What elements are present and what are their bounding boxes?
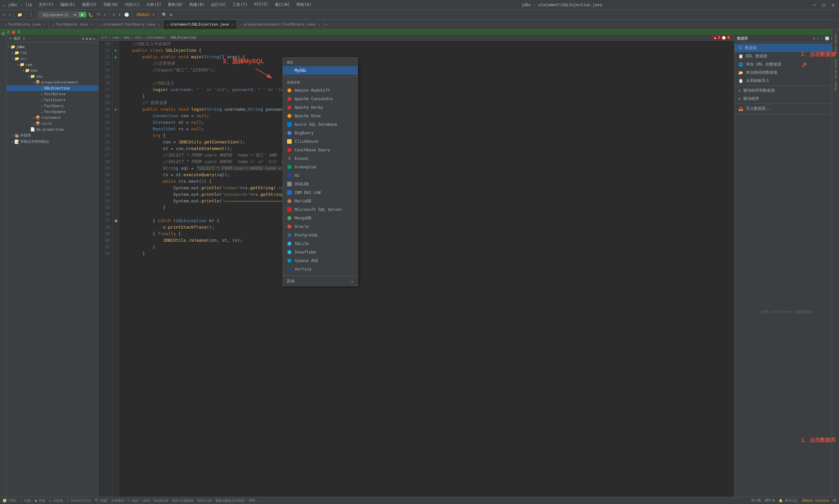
run-button[interactable]: ▶ bbox=[78, 12, 86, 17]
coverage-button[interactable]: 🛡 bbox=[95, 12, 102, 18]
close-btn[interactable]: ✕ bbox=[830, 2, 836, 8]
toolbar-forward[interactable]: → bbox=[7, 12, 12, 18]
dropdown-other[interactable]: 其他 ▸ bbox=[283, 276, 357, 286]
menu-navigate[interactable]: 导航(N) bbox=[102, 1, 120, 8]
tree-item-lib[interactable]: ▸ 📁 lib bbox=[6, 50, 98, 56]
sidebar-locate[interactable]: ⊙ bbox=[82, 36, 84, 41]
tree-item-testupdate[interactable]: ▸ ☕ TestUpdate bbox=[6, 109, 98, 114]
tree-item-kmu[interactable]: ▾ 📁 kmu bbox=[6, 68, 98, 73]
db-btn-minus[interactable]: − bbox=[816, 36, 819, 41]
db-item-url[interactable]: 🌐 来自 URL 的数据源 bbox=[734, 60, 839, 69]
dropdown-mariadb[interactable]: MariaDB bbox=[283, 197, 357, 205]
vtab-jrebel-setup[interactable]: JRebel Setup Guide bbox=[834, 57, 838, 93]
dropdown-bigquery[interactable]: BigQuery bbox=[283, 129, 357, 137]
tab-close[interactable]: ✕ bbox=[318, 23, 320, 26]
tree-item-shu[interactable]: ▾ 📁 shu bbox=[6, 73, 98, 79]
run-config-select[interactable]: SQLInjection (1) bbox=[39, 12, 78, 18]
minimize-btn[interactable]: ─ bbox=[811, 2, 818, 8]
toolbar-pull[interactable]: ⬇ bbox=[117, 12, 122, 18]
vtab-redis-helper[interactable]: Redis Helper bbox=[834, 31, 838, 56]
toolbar-back[interactable]: ← bbox=[1, 12, 6, 18]
tab-prepareddelete[interactable]: ☕ preparedstatement\TestDelete.java ✕ bbox=[237, 20, 324, 29]
tree-item-dbproperties[interactable]: ▸ 📄 db.properties bbox=[6, 126, 98, 132]
dropdown-mssql[interactable]: Microsoft SQL Server bbox=[283, 205, 357, 214]
tab-sqlinjection[interactable]: ☕ statement\SQLInjection.java ✕ bbox=[163, 20, 237, 29]
dropdown-amazon-redshift[interactable]: Amazon Redshift bbox=[283, 86, 357, 95]
tree-item-sqlinjection[interactable]: ▸ ☕ SQLInjection bbox=[6, 85, 98, 91]
menu-edit[interactable]: 编辑(E) bbox=[59, 1, 77, 8]
db-btn-more[interactable]: ⋮ bbox=[820, 36, 824, 41]
db-btn-sync[interactable]: 🔄 bbox=[825, 36, 829, 41]
tab-testquery[interactable]: ☕ statement\TestQuery.java ✕ bbox=[97, 20, 163, 29]
dropdown-clickhouse[interactable]: ClickHouse bbox=[283, 137, 357, 146]
toolbar-git[interactable]: ⬆ bbox=[111, 12, 116, 18]
tab-testupdate[interactable]: ☕ TestUpdate.java ✕ bbox=[49, 20, 97, 29]
status-terminal[interactable]: ■ 终端 bbox=[35, 499, 45, 503]
dropdown-sqlite[interactable]: SQLite bbox=[283, 239, 357, 248]
sidebar-close[interactable]: ✕ bbox=[93, 36, 95, 41]
sidebar-gear[interactable]: ⚙ bbox=[89, 36, 92, 41]
menu-view[interactable]: 视图(V) bbox=[81, 1, 98, 8]
menu-run[interactable]: 运行(U) bbox=[210, 1, 227, 8]
dropdown-sybase[interactable]: Sybase ASE bbox=[283, 256, 357, 265]
dropdown-oracle[interactable]: Oracle bbox=[283, 222, 357, 231]
tree-item-jdbc[interactable]: ▾ 📁 jdbc bbox=[6, 44, 98, 50]
tree-item-testquery[interactable]: ▸ ☕ TestQuery bbox=[6, 103, 98, 109]
db-item-import[interactable]: 📥 导入数据源... bbox=[734, 105, 839, 113]
tab-close[interactable]: ✕ bbox=[43, 23, 45, 26]
tree-item-src[interactable]: ▾ 📁 src bbox=[6, 56, 98, 61]
dropdown-apache-hive[interactable]: Apache Hive bbox=[283, 112, 357, 120]
menu-vcs[interactable]: VCS(S) bbox=[253, 1, 269, 8]
dropdown-greenplum[interactable]: Greenplum bbox=[283, 163, 357, 171]
db-btn-add[interactable]: + bbox=[813, 36, 816, 41]
dropdown-apache-cassandra[interactable]: Apache Cassandra bbox=[283, 95, 357, 103]
toolbar-project[interactable]: 📁 bbox=[16, 12, 23, 18]
tree-item-utils[interactable]: ▸ 📦 utils bbox=[6, 121, 98, 126]
db-item-ddl[interactable]: 📋 DDL 数据源 bbox=[734, 52, 839, 60]
dropdown-postgresql[interactable]: PostgreSQL bbox=[283, 231, 357, 239]
dropdown-snowflake[interactable]: Snowflake bbox=[283, 248, 357, 256]
tree-item-statement[interactable]: ▸ 📦 statement bbox=[6, 114, 98, 121]
toolbar-hist[interactable]: 🕐 bbox=[123, 12, 130, 18]
tree-item-testdelete[interactable]: ▸ ☕ TestDelete bbox=[6, 91, 98, 97]
toolbar-more[interactable]: ⋮ bbox=[28, 12, 34, 18]
menu-refactor[interactable]: 重构(B) bbox=[167, 1, 184, 8]
db-item-path[interactable]: 📂 来自路径的数据源 bbox=[734, 69, 839, 77]
dropdown-mysql[interactable]: M MySQL bbox=[283, 66, 357, 75]
db-item-driver-ds[interactable]: ⚙ 驱动程序和数据源 bbox=[734, 87, 839, 95]
dropdown-couchbase[interactable]: Couchbase Query bbox=[283, 146, 357, 154]
tab-close[interactable]: ✕ bbox=[231, 23, 233, 26]
menu-file[interactable]: 文件(F) bbox=[37, 1, 55, 8]
tab-testdelete[interactable]: ☕ TestDelete.java ✕ bbox=[1, 20, 49, 29]
dropdown-exasol[interactable]: X Exasol bbox=[283, 154, 357, 163]
dropdown-mongodb[interactable]: MongoDB bbox=[283, 214, 357, 222]
status-analysis[interactable]: ◎ 分析器 bbox=[49, 499, 63, 503]
dropdown-h2[interactable]: H2 bbox=[283, 171, 357, 180]
status-checkstyle[interactable]: ✓ CheckStyle bbox=[67, 499, 90, 502]
toolbar-gear[interactable]: ⚙ bbox=[169, 12, 174, 18]
menu-build[interactable]: 构建(B) bbox=[188, 1, 206, 8]
code-editor[interactable]: 1011121314 1516171819 2021222324 2526272… bbox=[98, 41, 734, 504]
tab-close[interactable]: ✕ bbox=[91, 23, 93, 26]
status-todo[interactable]: ✅ TODO bbox=[3, 499, 16, 502]
status-build[interactable]: 🔨 构建 bbox=[95, 499, 107, 503]
menu-code[interactable]: 代码(C) bbox=[124, 1, 141, 8]
maximize-btn[interactable]: □ bbox=[820, 2, 827, 8]
tree-item-scratches[interactable]: ▸ 📝 草稿文件和控制台 bbox=[6, 139, 98, 145]
tree-item-com[interactable]: ▾ 📁 com bbox=[6, 61, 98, 68]
sidebar-collapse[interactable]: ≡ bbox=[86, 36, 88, 41]
code-content[interactable]: //SQL注入不会成功 public class SQLInjection { … bbox=[119, 41, 734, 504]
dropdown-ibm-db2[interactable]: IBM Db2 LUW bbox=[283, 188, 357, 197]
status-jrebel-console[interactable]: JRebel Console bbox=[802, 499, 829, 502]
db-item-clipboard[interactable]: 📋 从剪贴板导入 bbox=[734, 77, 839, 85]
db-item-datasource[interactable]: 🗄 数据源 ▸ bbox=[734, 44, 839, 52]
tab-close[interactable]: ✕ bbox=[158, 23, 160, 26]
menu-analyze[interactable]: 分析(Z) bbox=[145, 1, 163, 8]
dropdown-azure-sql[interactable]: Azure SQL Database bbox=[283, 120, 357, 129]
tree-item-testinsert[interactable]: ▸ ☕ TestInsert bbox=[6, 97, 98, 103]
menu-help[interactable]: 帮助(H) bbox=[295, 1, 313, 8]
tree-item-external[interactable]: ▸ 📚 外部库 bbox=[6, 132, 98, 139]
debug-button[interactable]: 🐛 bbox=[87, 12, 94, 18]
vtab-structure[interactable]: 结构 bbox=[0, 36, 6, 40]
menu-tools[interactable]: 工具(T) bbox=[231, 1, 249, 8]
